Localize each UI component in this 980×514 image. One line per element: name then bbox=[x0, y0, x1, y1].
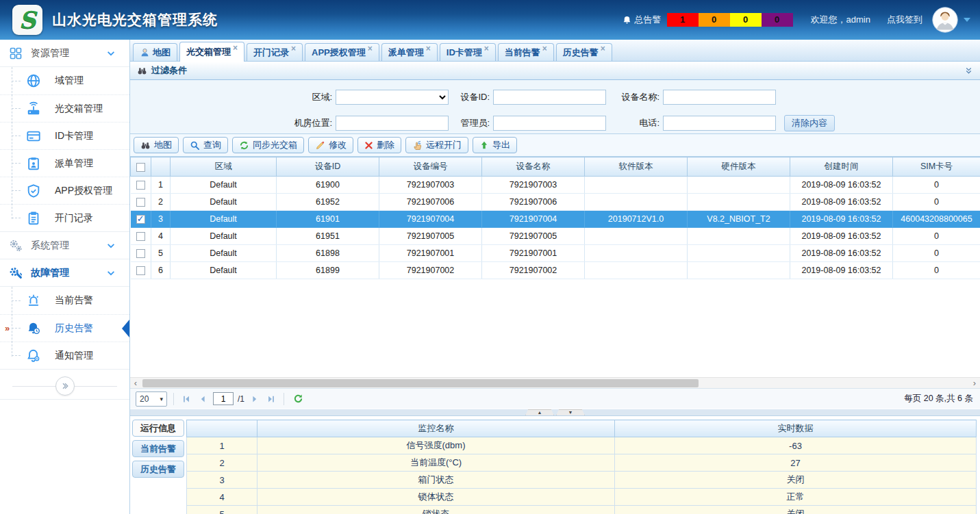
row-checkbox[interactable] bbox=[136, 232, 145, 241]
sync-button[interactable]: 同步光交箱 bbox=[232, 137, 304, 153]
sidebar-item-history-alarm[interactable]: »历史告警 bbox=[0, 314, 129, 342]
close-icon[interactable]: × bbox=[426, 44, 431, 53]
tab-app-auth[interactable]: APP授权管理× bbox=[305, 43, 379, 61]
user-avatar[interactable] bbox=[932, 7, 958, 33]
tab-id-card[interactable]: ID卡管理× bbox=[440, 43, 496, 61]
last-page-button[interactable] bbox=[265, 394, 277, 404]
alarm-badge-major[interactable]: 0 bbox=[699, 13, 730, 27]
row-checkbox[interactable] bbox=[136, 215, 145, 224]
collapse-down-icon[interactable]: ▼ bbox=[556, 409, 585, 415]
bottom-tab-current-alarm[interactable]: 当前告警 bbox=[132, 440, 184, 457]
tab-dispatch[interactable]: 派单管理× bbox=[381, 43, 438, 61]
table-row[interactable]: 6Default61899792190700279219070022019-08… bbox=[131, 262, 980, 279]
sidebar-collapse-button[interactable] bbox=[0, 372, 129, 400]
gears-icon bbox=[7, 238, 25, 253]
column-header[interactable]: 设备ID bbox=[277, 157, 379, 177]
sidebar-section-resource[interactable]: 资源管理 bbox=[0, 40, 129, 67]
column-header[interactable]: 设备名称 bbox=[482, 157, 585, 177]
device-table-wrap: 区域设备ID设备编号设备名称软件版本硬件版本创建时间SIM卡号1Default6… bbox=[130, 157, 980, 279]
select-all-checkbox[interactable] bbox=[136, 163, 145, 172]
monitor-number: 3 bbox=[187, 472, 257, 489]
close-icon[interactable]: × bbox=[542, 44, 547, 53]
user-menu-chevron-icon[interactable] bbox=[964, 18, 970, 22]
device-name-input[interactable] bbox=[663, 90, 776, 105]
alarm-badge-warning[interactable]: 0 bbox=[762, 13, 793, 27]
page-number-input[interactable] bbox=[213, 392, 234, 405]
refresh-icon[interactable] bbox=[293, 394, 303, 404]
sidebar-section-system[interactable]: 系统管理 bbox=[0, 232, 129, 259]
table-row[interactable]: 4Default61951792190700579219070052019-08… bbox=[131, 228, 980, 245]
delete-icon bbox=[364, 141, 373, 150]
tab-cabinet[interactable]: 光交箱管理× bbox=[179, 42, 244, 62]
sidebar-item-cabinet[interactable]: 光交箱管理 bbox=[0, 94, 129, 122]
toolbar-button-label: 查询 bbox=[203, 139, 221, 151]
close-icon[interactable]: × bbox=[368, 44, 373, 53]
sidebar-item-current-alarm[interactable]: 当前告警 bbox=[0, 287, 129, 314]
tab-history-alarm[interactable]: 历史告警× bbox=[556, 43, 612, 61]
close-icon[interactable]: × bbox=[291, 44, 296, 53]
row-checkbox[interactable] bbox=[136, 266, 145, 275]
globe-icon bbox=[25, 73, 42, 88]
region-select[interactable] bbox=[336, 90, 449, 105]
device-id-input[interactable] bbox=[493, 90, 606, 105]
column-header[interactable]: SIM卡号 bbox=[893, 157, 980, 177]
modify-button[interactable]: 修改 bbox=[308, 137, 353, 153]
scroll-left-icon[interactable]: ‹ bbox=[130, 378, 141, 388]
row-checkbox[interactable] bbox=[136, 198, 145, 207]
table-row[interactable]: 5Default61898792190700179219070012019-08… bbox=[131, 245, 980, 262]
column-header[interactable]: 设备编号 bbox=[379, 157, 482, 177]
close-icon[interactable]: × bbox=[601, 44, 605, 53]
clear-button[interactable]: 清除内容 bbox=[784, 115, 835, 131]
sidebar-section-fault[interactable]: 故障管理 bbox=[0, 259, 129, 287]
row-checkbox[interactable] bbox=[136, 181, 145, 190]
column-header[interactable]: 区域 bbox=[171, 157, 277, 177]
signin-button[interactable]: 点我签到 bbox=[887, 14, 922, 26]
scrollbar-thumb[interactable] bbox=[142, 379, 699, 387]
map-button[interactable]: 地图 bbox=[134, 137, 179, 153]
sidebar-item-domain[interactable]: 域管理 bbox=[0, 67, 129, 94]
manager-input[interactable] bbox=[493, 116, 606, 131]
remote-open-button[interactable]: 远程开门 bbox=[405, 137, 468, 153]
table-cell: 7921907002 bbox=[379, 262, 482, 279]
table-row[interactable]: 3Default61901792190700479219070042019071… bbox=[131, 211, 980, 228]
collapse-up-icon[interactable]: ▲ bbox=[525, 409, 554, 415]
query-button[interactable]: 查询 bbox=[183, 137, 228, 153]
tab-map[interactable]: 地图 bbox=[133, 43, 177, 61]
delete-button[interactable]: 删除 bbox=[357, 137, 401, 153]
column-header[interactable]: 硬件版本 bbox=[688, 157, 790, 177]
bottom-tab-history-alarm[interactable]: 历史告警 bbox=[132, 461, 184, 478]
column-header[interactable]: 软件版本 bbox=[585, 157, 688, 177]
table-row[interactable]: 2Default61952792190700679219070062019-08… bbox=[131, 194, 980, 211]
monitor-name: 箱门状态 bbox=[257, 472, 615, 489]
alarm-badge-minor[interactable]: 0 bbox=[730, 13, 762, 27]
export-button[interactable]: 导出 bbox=[473, 137, 517, 153]
alarm-badge-critical[interactable]: 1 bbox=[667, 13, 699, 27]
prev-page-button[interactable] bbox=[197, 394, 209, 404]
sidebar-item-id-card[interactable]: ID卡管理 bbox=[0, 122, 129, 149]
sidebar-item-dispatch[interactable]: 派单管理 bbox=[0, 149, 129, 177]
column-header[interactable]: 创建时间 bbox=[790, 157, 893, 177]
table-cell: 61901 bbox=[277, 211, 379, 228]
sidebar-item-notify[interactable]: 通知管理 bbox=[0, 342, 129, 369]
tab-current-alarm[interactable]: 当前告警× bbox=[498, 43, 554, 61]
scroll-right-icon[interactable]: › bbox=[969, 378, 980, 388]
sidebar-item-door-record[interactable]: 开门记录 bbox=[0, 204, 129, 231]
phone-input[interactable] bbox=[663, 116, 776, 131]
tab-door-record[interactable]: 开门记录× bbox=[247, 43, 303, 61]
row-checkbox[interactable] bbox=[136, 249, 145, 258]
collapse-filter-icon[interactable] bbox=[964, 66, 973, 75]
table-row[interactable]: 1Default61900792190700379219070032019-08… bbox=[131, 177, 980, 194]
room-location-input[interactable] bbox=[336, 116, 449, 131]
monitor-value-header: 实时数据 bbox=[615, 420, 977, 437]
page-size-select[interactable]: 20 ▾ bbox=[136, 391, 167, 407]
next-page-button[interactable] bbox=[249, 394, 261, 404]
sidebar-item-app-auth[interactable]: APP授权管理 bbox=[0, 177, 129, 204]
close-icon[interactable]: × bbox=[233, 43, 238, 53]
table-cell: Default bbox=[171, 228, 277, 245]
siren-icon bbox=[25, 293, 42, 308]
bottom-tab-running-info[interactable]: 运行信息 bbox=[132, 420, 184, 437]
tab-label: 地图 bbox=[153, 47, 171, 59]
close-icon[interactable]: × bbox=[484, 44, 489, 53]
bottom-panel: 运行信息当前告警历史告警 监控名称实时数据1信号强度(dbm)-632当前温度(… bbox=[130, 416, 980, 514]
first-page-button[interactable] bbox=[180, 394, 192, 404]
